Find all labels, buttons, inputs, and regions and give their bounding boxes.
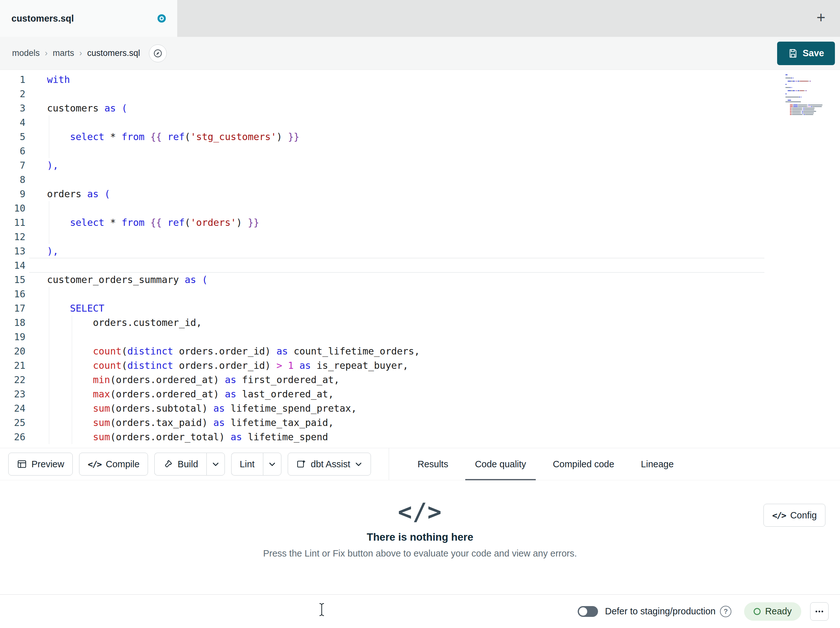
status-bar: Defer to staging/production ? Ready [0,594,840,628]
code-line-16[interactable]: 16 [0,287,840,301]
line-number: 10 [0,201,27,215]
ready-status-badge: Ready [744,602,801,621]
line-number: 21 [0,358,27,373]
preview-button[interactable]: Preview [8,452,73,476]
line-number: 17 [0,301,27,315]
minimap-line [785,87,834,88]
code-line-14[interactable]: 14 [0,258,840,272]
line-text: min(orders.ordered_at) as first_ordered_… [27,373,339,387]
plus-icon: + [816,10,826,25]
code-line-6[interactable]: 6 [0,144,840,158]
code-line-18[interactable]: 18 orders.customer_id, [0,315,840,330]
line-text: sum(orders.order_total) as lifetime_spen… [27,430,328,444]
result-panel-tabs: Results Code quality Compiled code Linea… [389,448,684,480]
chevron-down-icon [355,460,362,468]
minimap-line [785,92,834,93]
line-text: sum(orders.tax_paid) as lifetime_tax_pai… [27,416,334,430]
code-line-8[interactable]: 8 [0,172,840,187]
code-line-12[interactable]: 12 [0,230,840,244]
code-line-2[interactable]: 2 [0,87,840,101]
line-text: ), [27,158,58,172]
tab-lineage[interactable]: Lineage [632,448,683,480]
config-label: Config [790,510,817,520]
code-line-4[interactable]: 4 [0,115,840,130]
breadcrumb-separator: › [45,48,47,58]
tab-compiled-code[interactable]: Compiled code [543,448,624,480]
code-line-19[interactable]: 19 [0,330,840,344]
tab-results-label: Results [418,459,448,470]
code-line-21[interactable]: 21 count(distinct orders.order_id) > 1 a… [0,358,840,373]
tab-results[interactable]: Results [408,448,458,480]
dbt-assist-button[interactable]: dbt Assist [288,452,371,476]
minimap-line [785,108,834,109]
breadcrumb-item-marts[interactable]: marts [53,48,74,58]
code-line-26[interactable]: 26 sum(orders.order_total) as lifetime_s… [0,430,840,444]
code-line-5[interactable]: 5 select * from {{ ref('stg_customers') … [0,130,840,144]
toggle-knob [579,607,587,615]
code-line-7[interactable]: 7), [0,158,840,172]
code-editor[interactable]: 1with23customers as (45 select * from {{… [0,70,840,448]
build-split-button: Build [154,452,225,476]
code-line-22[interactable]: 22 min(orders.ordered_at) as first_order… [0,373,840,387]
config-button[interactable]: </> Config [763,504,826,527]
minimap-line [785,81,834,82]
breadcrumb-item-models[interactable]: models [12,48,40,58]
tab-customers-sql[interactable]: customers.sql [0,0,177,37]
save-button[interactable]: Save [777,42,835,65]
code-line-15[interactable]: 15customer_orders_summary as ( [0,272,840,287]
line-number: 20 [0,344,27,358]
line-number: 19 [0,330,27,344]
ready-label: Ready [765,606,792,617]
build-dropdown-button[interactable] [207,452,225,476]
line-text: sum(orders.subtotal) as lifetime_spend_p… [27,401,357,416]
line-number: 14 [0,258,27,272]
line-number: 9 [0,187,27,201]
code-icon-large: </> [182,498,658,525]
code-line-23[interactable]: 23 max(orders.ordered_at) as last_ordere… [0,387,840,401]
save-label: Save [802,48,824,59]
minimap-line [785,103,834,104]
code-line-9[interactable]: 9orders as ( [0,187,840,201]
breadcrumb-separator: › [79,48,82,58]
code-line-1[interactable]: 1with [0,73,840,87]
defer-toggle[interactable] [578,606,598,617]
build-button[interactable]: Build [154,452,207,476]
code-line-24[interactable]: 24 sum(orders.subtotal) as lifetime_spen… [0,401,840,416]
new-tab-button[interactable]: + [812,9,831,28]
line-number: 11 [0,215,27,230]
code-line-13[interactable]: 13), [0,244,840,258]
editor-minimap[interactable] [785,74,834,115]
code-icon: </> [772,511,786,520]
line-text: orders as ( [27,187,110,201]
line-text [27,172,47,187]
line-text: max(orders.ordered_at) as last_ordered_a… [27,387,334,401]
line-number: 7 [0,158,27,172]
code-line-10[interactable]: 10 [0,201,840,215]
line-text [27,287,47,301]
code-line-20[interactable]: 20 count(distinct orders.order_id) as co… [0,344,840,358]
code-lines: 1with23customers as (45 select * from {{… [0,73,840,444]
minimap-line [785,95,834,96]
table-icon [17,459,27,469]
code-line-17[interactable]: 17 SELECT [0,301,840,315]
code-line-11[interactable]: 11 select * from {{ ref('orders') }} [0,215,840,230]
line-number: 12 [0,230,27,244]
tab-code-quality[interactable]: Code quality [465,448,535,480]
breadcrumb-item-file: customers.sql [87,48,141,58]
line-text: SELECT [27,301,104,315]
line-text [27,115,47,130]
lint-dropdown-button[interactable] [263,452,281,476]
lint-button[interactable]: Lint [231,452,263,476]
code-quality-panel: </> There is nothing here Press the Lint… [0,480,840,594]
more-options-button[interactable] [810,602,829,621]
line-number: 23 [0,387,27,401]
line-number: 22 [0,373,27,387]
code-line-3[interactable]: 3customers as ( [0,101,840,115]
file-actions-button[interactable] [149,44,167,62]
help-icon[interactable]: ? [720,606,731,617]
minimap-line [785,106,834,107]
unsaved-changes-dot [158,14,166,22]
minimap-line [785,100,834,101]
code-line-25[interactable]: 25 sum(orders.tax_paid) as lifetime_tax_… [0,416,840,430]
compile-button[interactable]: </> Compile [79,452,148,476]
